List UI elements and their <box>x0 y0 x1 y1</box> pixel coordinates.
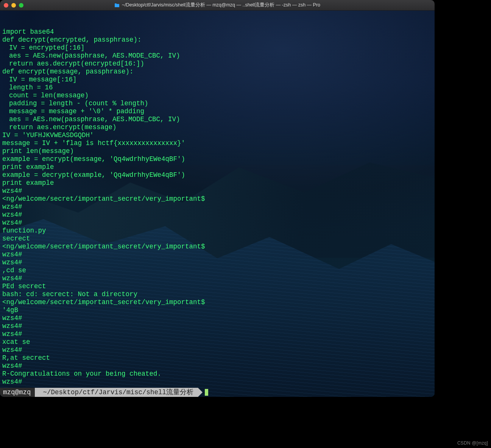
terminal-line: wzs4# <box>2 362 432 370</box>
terminal-line: wzs4# <box>2 251 432 259</box>
terminal-line: wzs4# <box>2 275 432 283</box>
terminal-line: function.py <box>2 227 432 235</box>
terminal-line: print example <box>2 163 432 171</box>
folder-icon <box>114 3 120 8</box>
terminal-line: PEd secrect <box>2 283 432 290</box>
terminal-line: secrect <box>2 235 432 243</box>
terminal-line: count = len(message) <box>2 92 432 100</box>
terminal-line: wzs4# <box>2 187 432 195</box>
terminal-line: print example <box>2 179 432 187</box>
terminal-line: ,cd se <box>2 267 432 275</box>
terminal-line: wzs4# <box>2 259 432 267</box>
terminal-line: length = 16 <box>2 84 432 92</box>
close-icon[interactable] <box>4 3 8 8</box>
terminal-line: wzs4# <box>2 314 432 322</box>
terminal-line: aes = AES.new(passphrase, AES.MODE_CBC, … <box>2 52 432 60</box>
terminal-line: wzs4# <box>2 219 432 227</box>
terminal-output: import base64def decrypt(encrypted, pass… <box>2 28 432 386</box>
prompt-path-text: ~/Desktop/ctf/Jarvis/misc/shell流量分析 <box>43 389 194 396</box>
terminal-line: IV = encrypted[:16] <box>2 44 432 52</box>
terminal-line: '4gB <box>2 306 432 314</box>
terminal-line: R-Congratulations on your being cheated. <box>2 370 432 378</box>
terminal-line: padding = length - (count % length) <box>2 100 432 108</box>
minimize-icon[interactable] <box>11 3 16 8</box>
cursor-icon <box>205 389 208 396</box>
terminal-line: wzs4# <box>2 378 432 386</box>
watermark: CSDN @[mzq] <box>457 440 488 446</box>
terminal-line: print len(message) <box>2 147 432 155</box>
terminal-line: <ng/welcome/secret/important_secret/very… <box>2 243 432 251</box>
window-title-text: ~/Desktop/ctf/Jarvis/misc/shell流量分析 — mz… <box>122 2 320 8</box>
terminal-line: wzs4# <box>2 346 432 354</box>
terminal-window: ~/Desktop/ctf/Jarvis/misc/shell流量分析 — mz… <box>0 0 435 397</box>
maximize-icon[interactable] <box>19 3 23 8</box>
prompt-path: ~/Desktop/ctf/Jarvis/misc/shell流量分析 <box>35 388 198 397</box>
terminal-line: def decrypt(encrypted, passphrase): <box>2 36 432 44</box>
terminal-line: message = IV + 'flag is hctf{xxxxxxxxxxx… <box>2 139 432 147</box>
prompt-user: mzq@mzq <box>0 388 35 397</box>
terminal-line: return aes.encrypt(message) <box>2 123 432 131</box>
terminal-line: example = decrypt(example, 'Qq4wdrhhyEWe… <box>2 171 432 179</box>
terminal-line: wzs4# <box>2 322 432 330</box>
terminal-line: R,at secrect <box>2 354 432 362</box>
terminal-line: import base64 <box>2 28 432 36</box>
terminal-line: bash: cd: secrect: Not a directory <box>2 290 432 298</box>
terminal-line: wzs4# <box>2 211 432 219</box>
terminal-line: <ng/welcome/secret/important_secret/very… <box>2 298 432 306</box>
titlebar[interactable]: ~/Desktop/ctf/Jarvis/misc/shell流量分析 — mz… <box>0 0 435 11</box>
terminal-line: return aes.decrypt(encrypted[16:]) <box>2 60 432 68</box>
terminal-line: wzs4# <box>2 330 432 338</box>
terminal-line: wzs4# <box>2 203 432 211</box>
prompt-user-text: mzq@mzq <box>3 389 31 396</box>
terminal-line: IV = 'YUFHJKVWEASDGQDH' <box>2 131 432 139</box>
window-title: ~/Desktop/ctf/Jarvis/misc/shell流量分析 — mz… <box>0 2 435 8</box>
terminal-line: aes = AES.new(passphrase, AES.MODE_CBC, … <box>2 116 432 123</box>
terminal-viewport[interactable]: import base64def decrypt(encrypted, pass… <box>0 11 435 397</box>
prompt-bar[interactable]: mzq@mzq ~/Desktop/ctf/Jarvis/misc/shell流… <box>0 388 435 397</box>
terminal-line: message = message + '\0' * padding <box>2 108 432 116</box>
terminal-line: <ng/welcome/secret/important_secret/very… <box>2 195 432 203</box>
terminal-line: def encrypt(message, passphrase): <box>2 68 432 76</box>
terminal-line: xcat se <box>2 338 432 346</box>
terminal-line: IV = message[:16] <box>2 76 432 84</box>
window-controls <box>4 3 23 8</box>
terminal-line: example = encrypt(message, 'Qq4wdrhhyEWe… <box>2 155 432 163</box>
